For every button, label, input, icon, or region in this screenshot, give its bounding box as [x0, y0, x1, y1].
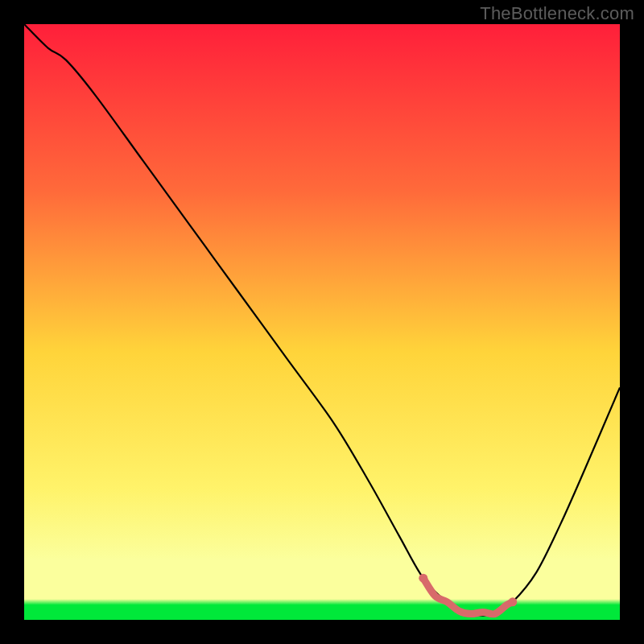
highlight-endpoint [508, 597, 517, 606]
highlight-endpoint [419, 574, 427, 583]
watermark-text: TheBottleneck.com [480, 3, 634, 24]
chart-container: TheBottleneck.com [0, 0, 644, 644]
chart-svg [0, 0, 644, 644]
plot-area [24, 24, 620, 620]
